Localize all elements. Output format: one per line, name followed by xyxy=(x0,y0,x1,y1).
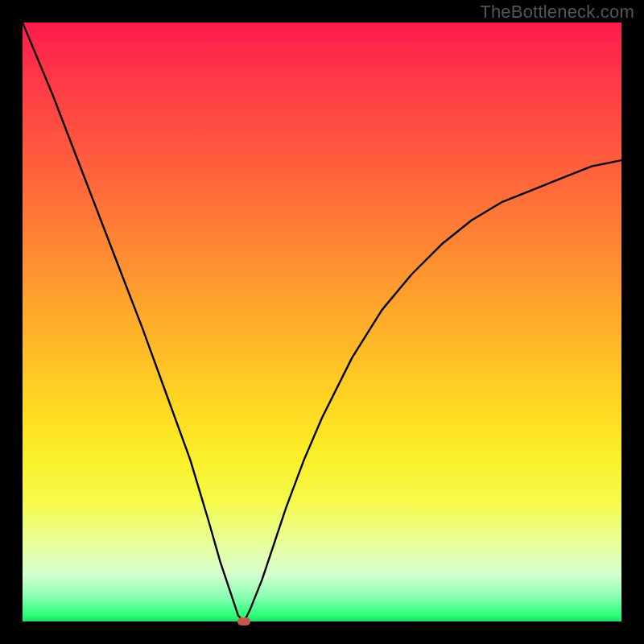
attribution-text: TheBottleneck.com xyxy=(480,2,634,23)
bottleneck-curve xyxy=(23,23,621,621)
minimum-point-marker xyxy=(237,617,250,625)
plot-area xyxy=(23,23,621,621)
chart-frame: TheBottleneck.com xyxy=(0,0,644,644)
